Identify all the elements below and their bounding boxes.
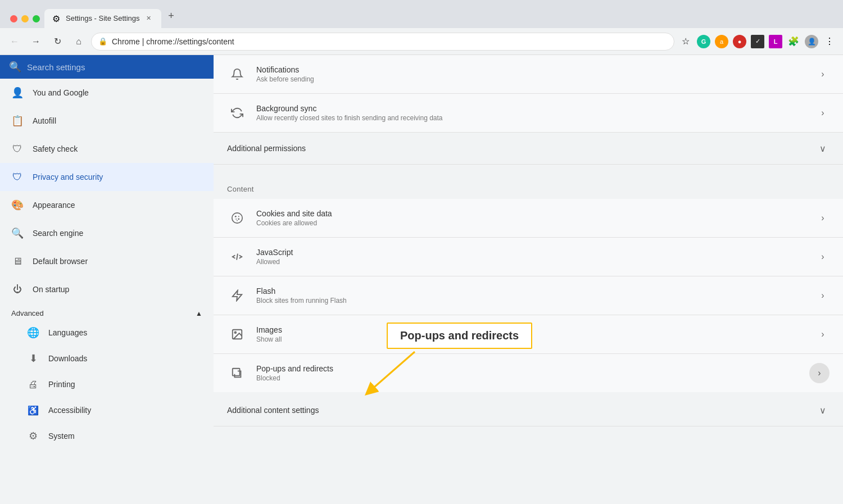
address-text: Chrome | chrome://settings/content bbox=[112, 37, 667, 46]
background-sync-title: Background sync bbox=[256, 104, 807, 113]
additional-permissions-row[interactable]: Additional permissions ∨ bbox=[214, 133, 843, 165]
flash-icon bbox=[227, 285, 247, 306]
notifications-text: Notifications Ask before sending bbox=[256, 65, 807, 83]
background-sync-subtitle: Allow recently closed sites to finish se… bbox=[256, 114, 807, 122]
grammarly-ext[interactable]: G bbox=[696, 34, 711, 49]
popups-icon bbox=[227, 363, 247, 383]
bookmark-button[interactable]: ☆ bbox=[678, 34, 694, 49]
additional-content-settings-text: Additional content settings bbox=[227, 406, 807, 415]
svg-point-2 bbox=[232, 213, 242, 223]
sidebar-item-you-and-google[interactable]: 👤 You and Google bbox=[0, 79, 214, 107]
images-row[interactable]: Images Show all › bbox=[214, 315, 843, 354]
images-title: Images bbox=[256, 325, 807, 334]
tab-bar: ⚙ Settings - Site Settings ✕ + bbox=[44, 8, 837, 28]
search-bar: 🔍 bbox=[0, 55, 214, 79]
sidebar-item-autofill[interactable]: 📋 Autofill bbox=[0, 107, 214, 135]
tab-favicon: ⚙ bbox=[52, 13, 61, 22]
sidebar-item-appearance[interactable]: 🎨 Appearance bbox=[0, 191, 214, 219]
sidebar-item-accessibility[interactable]: ♿ Accessibility bbox=[0, 397, 214, 423]
tab-close-button[interactable]: ✕ bbox=[144, 13, 153, 22]
sidebar-item-downloads[interactable]: ⬇ Downloads bbox=[0, 346, 214, 371]
nav-actions: ☆ G a ● ✓ L 🧩 👤 ⋮ bbox=[678, 34, 837, 49]
lastpass-ext[interactable]: ● bbox=[732, 34, 747, 49]
svg-line-8 bbox=[237, 254, 238, 260]
sidebar-item-safety-check[interactable]: 🛡 Safety check bbox=[0, 135, 214, 163]
popups-row[interactable]: Pop-ups and redirects Blocked › bbox=[214, 354, 843, 392]
advanced-chevron: ▲ bbox=[196, 310, 202, 317]
flash-row[interactable]: Flash Block sites from running Flash › bbox=[214, 276, 843, 315]
notifications-chevron: › bbox=[816, 67, 830, 81]
home-button[interactable]: ⌂ bbox=[70, 33, 88, 51]
svg-marker-9 bbox=[233, 290, 242, 301]
profile-button[interactable]: 👤 bbox=[804, 34, 819, 49]
todoist-ext[interactable]: ✓ bbox=[750, 34, 765, 49]
system-icon: ⚙ bbox=[27, 430, 39, 442]
traffic-lights bbox=[6, 15, 44, 28]
svg-point-11 bbox=[234, 332, 236, 333]
content-section-header: Content bbox=[214, 174, 843, 199]
navigation-bar: ← → ↻ ⌂ 🔒 Chrome | chrome://settings/con… bbox=[0, 28, 843, 55]
background-sync-row[interactable]: Background sync Allow recently closed si… bbox=[214, 94, 843, 133]
additional-permissions-label: Additional permissions bbox=[227, 144, 807, 153]
sidebar-item-printing[interactable]: 🖨 Printing bbox=[0, 371, 214, 397]
svg-point-3 bbox=[235, 216, 237, 217]
address-bar[interactable]: 🔒 Chrome | chrome://settings/content bbox=[91, 33, 674, 51]
background-sync-icon bbox=[227, 103, 247, 123]
svg-point-7 bbox=[237, 220, 238, 221]
popups-chevron-btn[interactable]: › bbox=[809, 363, 830, 383]
back-button[interactable]: ← bbox=[6, 33, 24, 51]
sidebar-label-privacy-and-security: Privacy and security bbox=[33, 172, 103, 181]
forward-button[interactable]: → bbox=[27, 33, 45, 51]
notifications-row[interactable]: Notifications Ask before sending › bbox=[214, 55, 843, 94]
content-area: Pop-ups and redirects bbox=[214, 55, 843, 504]
images-text: Images Show all bbox=[256, 325, 807, 343]
sidebar-item-search-engine[interactable]: 🔍 Search engine bbox=[0, 219, 214, 247]
cookies-title: Cookies and site data bbox=[256, 209, 807, 218]
refresh-button[interactable]: ↻ bbox=[48, 33, 66, 51]
cookies-icon bbox=[227, 208, 247, 228]
javascript-row[interactable]: JavaScript Allowed › bbox=[214, 238, 843, 276]
amazon-ext[interactable]: a bbox=[714, 34, 729, 49]
sidebar-label-appearance: Appearance bbox=[33, 201, 75, 210]
autofill-icon: 📋 bbox=[11, 115, 24, 127]
additional-content-settings-chevron: ∨ bbox=[816, 403, 830, 417]
cookies-subtitle: Cookies are allowed bbox=[256, 219, 807, 227]
popups-subtitle: Blocked bbox=[256, 374, 800, 382]
close-button[interactable] bbox=[10, 15, 17, 22]
sidebar-item-languages[interactable]: 🌐 Languages bbox=[0, 320, 214, 346]
advanced-section[interactable]: Advanced ▲ bbox=[0, 303, 214, 320]
images-chevron: › bbox=[816, 328, 830, 341]
active-tab[interactable]: ⚙ Settings - Site Settings ✕ bbox=[44, 9, 161, 28]
privacy-icon: 🛡 bbox=[11, 171, 24, 183]
cookies-chevron: › bbox=[816, 211, 830, 225]
javascript-text: JavaScript Allowed bbox=[256, 248, 807, 266]
sidebar-item-privacy-and-security[interactable]: 🛡 Privacy and security bbox=[0, 163, 214, 191]
javascript-subtitle: Allowed bbox=[256, 258, 807, 266]
cookies-row[interactable]: Cookies and site data Cookies are allowe… bbox=[214, 199, 843, 238]
additional-content-settings-row[interactable]: Additional content settings ∨ bbox=[214, 394, 843, 426]
sidebar-label-on-startup: On startup bbox=[33, 285, 69, 294]
search-input[interactable] bbox=[27, 62, 205, 72]
notifications-icon bbox=[227, 64, 247, 84]
accessibility-icon: ♿ bbox=[27, 404, 39, 416]
sidebar-item-system[interactable]: ⚙ System bbox=[0, 423, 214, 449]
images-icon bbox=[227, 324, 247, 344]
popups-text: Pop-ups and redirects Blocked bbox=[256, 364, 800, 382]
new-tab-button[interactable]: + bbox=[164, 8, 179, 24]
sidebar-item-default-browser[interactable]: 🖥 Default browser bbox=[0, 247, 214, 275]
lastpass2-ext[interactable]: L bbox=[768, 34, 783, 49]
sidebar-label-safety-check: Safety check bbox=[33, 144, 78, 153]
menu-button[interactable]: ⋮ bbox=[822, 34, 837, 49]
sidebar: 🔍 👤 You and Google 📋 Autofill 🛡 Safety c… bbox=[0, 55, 214, 504]
address-separator: | bbox=[142, 37, 144, 46]
sidebar-label-printing: Printing bbox=[48, 380, 75, 389]
minimize-button[interactable] bbox=[21, 15, 29, 22]
sidebar-label-downloads: Downloads bbox=[48, 354, 87, 363]
sidebar-item-on-startup[interactable]: ⏻ On startup bbox=[0, 275, 214, 303]
maximize-button[interactable] bbox=[33, 15, 40, 22]
sidebar-label-accessibility: Accessibility bbox=[48, 406, 91, 415]
extensions-button[interactable]: 🧩 bbox=[786, 34, 801, 49]
notifications-title: Notifications bbox=[256, 65, 807, 74]
svg-point-4 bbox=[238, 216, 239, 217]
sidebar-label-search-engine: Search engine bbox=[33, 229, 83, 238]
